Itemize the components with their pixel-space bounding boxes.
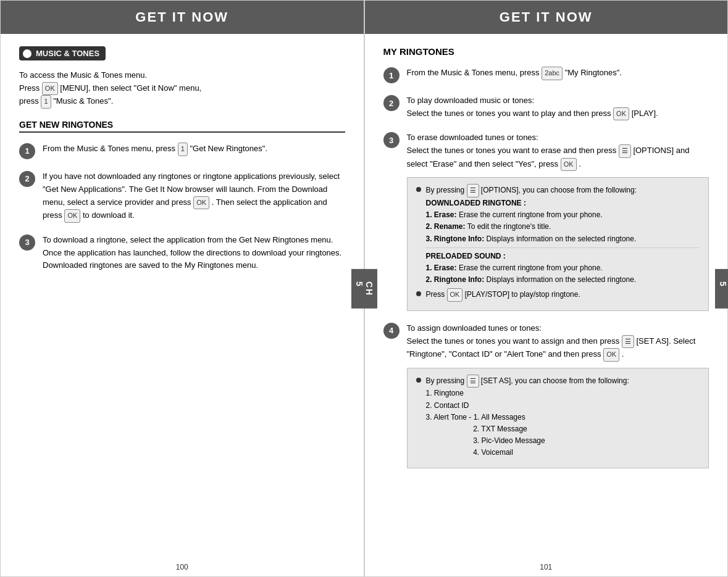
step2-btn-ok: OK (193, 196, 209, 210)
intro-line-1: To access the Music & Tones menu. (19, 69, 345, 82)
ib2-opt1: 1. Ringtone (426, 389, 464, 397)
menu-btn: OK (42, 82, 58, 96)
right-header: GET IT NOW (365, 1, 728, 34)
bullet-content-3: By pressing ☰ [SET AS], you can choose f… (426, 375, 700, 459)
right-step3-ok-btn: OK (561, 158, 577, 172)
right-step-text-1: From the Music & Tones menu, press 2abc … (407, 67, 622, 80)
ib2-opt3: 3. Alert Tone - 1. All Messages (426, 413, 525, 421)
ib2-opt2: 2. Contact ID (426, 401, 469, 410)
ib1-opt-btn: ☰ (467, 184, 479, 197)
ch5-tab-left-page: CH5 (351, 268, 377, 308)
right-step-number-2: 2 (383, 95, 400, 111)
step-text-3: To download a ringtone, select the appli… (43, 234, 345, 272)
step-number-3: 3 (19, 235, 35, 251)
right-step-number-3: 3 (383, 132, 400, 148)
bullet-content-2: Press OK [PLAY/STOP] to play/stop ringto… (426, 288, 700, 302)
right-step-text-3: To erase downloaded tunes or tones: Sele… (407, 131, 709, 310)
info-bullet-1: By pressing ☰ [OPTIONS], you can choose … (416, 184, 700, 286)
bullet-dot-2 (416, 291, 421, 296)
step2-btn-dl: OK (64, 209, 80, 223)
left-header: GET IT NOW (1, 1, 364, 34)
badge-label: MUSIC & TONES (36, 49, 99, 58)
step-number-2: 2 (19, 171, 35, 187)
bullet-dot-3 (416, 378, 421, 383)
ib1-dl-header: DOWNLOADED RINGTONE : (426, 199, 526, 207)
info-box-2: By pressing ☰ [SET AS], you can choose f… (407, 368, 709, 468)
step-text-2: If you have not downloaded any ringtones… (43, 170, 345, 223)
left-step-1: 1 From the Music & Tones menu, press 1 "… (19, 143, 345, 159)
right-step-number-4: 4 (383, 323, 400, 339)
intro-text: To access the Music & Tones menu. Press … (19, 69, 345, 109)
info-box-1: By pressing ☰ [OPTIONS], you can choose … (407, 177, 709, 311)
right-step-text-2: To play downloaded music or tones: Selec… (407, 94, 658, 120)
ib2-setas-btn: ☰ (467, 375, 479, 388)
right-step3-opt-btn: ☰ (619, 144, 631, 158)
ib1-pl-2: 2. Ringtone Info: Displays information o… (426, 275, 637, 284)
one-btn: 1 (41, 95, 51, 109)
ib2-opt3-sub4: 4. Voicemail (426, 448, 513, 457)
step1-btn: 1 (178, 143, 188, 156)
right-step2-btn: OK (613, 107, 629, 121)
intro-line-3: press 1 "Music & Tones". (19, 95, 345, 109)
ib1-dl-1: 1. Erase: Erase the current ringtone fro… (426, 210, 603, 219)
ib1-pl-header: PRELOADED SOUND : (426, 252, 506, 260)
right-step-2: 2 To play downloaded music or tones: Sel… (383, 94, 709, 120)
ib2-opt3-sub2: 2. TXT Message (426, 425, 527, 433)
intro-line-2: Press OK [MENU], then select "Get it Now… (19, 82, 345, 96)
ib1-dl-3: 3. Ringtone Info: Displays information o… (426, 235, 637, 243)
right-page-number: 101 (365, 558, 728, 576)
step-number-1: 1 (19, 143, 35, 159)
left-step-3: 3 To download a ringtone, select the app… (19, 234, 345, 272)
bullet-content-1: By pressing ☰ [OPTIONS], you can choose … (426, 184, 700, 286)
right-step-text-4: To assign downloaded tunes or tones: Sel… (407, 322, 709, 468)
right-step-number-1: 1 (383, 67, 400, 83)
info-bullet-2: Press OK [PLAY/STOP] to play/stop ringto… (416, 288, 700, 302)
step-text-1: From the Music & Tones menu, press 1 "Ge… (43, 143, 267, 156)
ch5-tab-right-page: CH5 (715, 268, 728, 308)
right-step1-btn: 2abc (542, 67, 563, 80)
music-tones-badge: MUSIC & TONES (19, 46, 106, 60)
right-content: MY RINGTONES 1 From the Music & Tones me… (365, 34, 728, 558)
right-step4-ok-btn: OK (603, 348, 619, 362)
info-bullet-3: By pressing ☰ [SET AS], you can choose f… (416, 375, 700, 459)
right-step-1: 1 From the Music & Tones menu, press 2ab… (383, 67, 709, 83)
left-page-number: 100 (1, 558, 364, 576)
right-step4-setas-btn: ☰ (622, 335, 634, 349)
left-content: MUSIC & TONES To access the Music & Tone… (1, 34, 364, 558)
ib2-opt3-sub3: 3. Pic-Video Message (426, 436, 545, 445)
ib1-pl-1: 1. Erase: Erase the current ringtone fro… (426, 264, 603, 272)
get-new-ringtones-title: GET NEW RINGTONES (19, 120, 345, 133)
right-step-4: 4 To assign downloaded tunes or tones: S… (383, 322, 709, 468)
ib1-dl-2: 2. Rename: To edit the ringtone's title. (426, 222, 551, 231)
badge-dot (23, 49, 31, 58)
right-steps: 1 From the Music & Tones menu, press 2ab… (383, 67, 709, 468)
right-page: GET IT NOW MY RINGTONES 1 From the Music… (364, 0, 729, 577)
left-steps: 1 From the Music & Tones menu, press 1 "… (19, 143, 345, 272)
left-page: GET IT NOW MUSIC & TONES To access the M… (0, 0, 364, 577)
right-step-3: 3 To erase downloaded tunes or tones: Se… (383, 131, 709, 310)
bullet-dot-1 (416, 187, 421, 192)
left-step-2: 2 If you have not downloaded any rington… (19, 170, 345, 223)
ib1-play-btn: OK (447, 288, 463, 302)
my-ringtones-title: MY RINGTONES (383, 46, 709, 57)
